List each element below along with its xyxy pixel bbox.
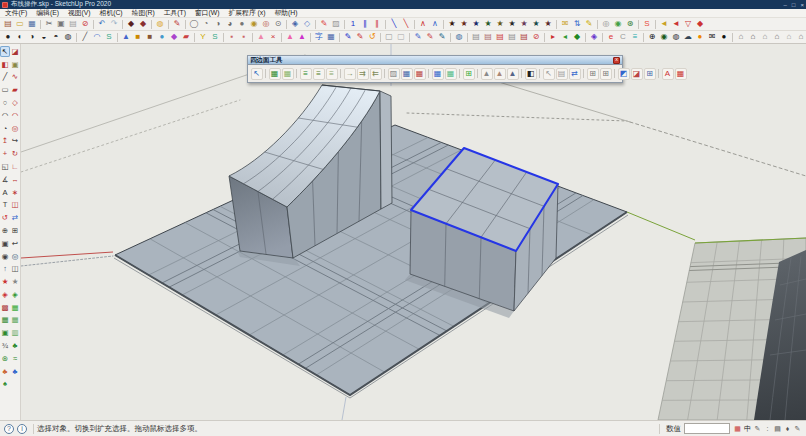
plugin-dark-1[interactable]: ◆	[126, 19, 137, 30]
paint-bucket[interactable]: ◧	[0, 59, 10, 70]
e-red[interactable]: e	[606, 32, 617, 43]
quadface-tools-toolbar[interactable]: 四边面工具 x ↖▦▦≡≡≡→⇉⇇▨▦▦▦▦⊞▲▲▲◧↖▤⇄⊞⊞◩◪⊞A▦	[247, 55, 623, 83]
copy[interactable]: ▣	[56, 19, 67, 30]
dimension-tool[interactable]: ↔	[10, 174, 20, 185]
qft-loop-select[interactable]: ≡	[300, 68, 312, 80]
flag-red[interactable]: ▽	[683, 19, 694, 30]
qft-select[interactable]: ↖	[251, 68, 263, 80]
qft-edit-red[interactable]: A	[662, 68, 674, 80]
info-black[interactable]: ●	[719, 32, 730, 43]
menu-item[interactable]: 绘图(R)	[132, 10, 155, 17]
plugin-grid-red[interactable]: ▩	[0, 302, 10, 313]
sandbox-tool[interactable]: ⊛	[0, 353, 10, 364]
plus-black[interactable]: ⊕	[647, 32, 658, 43]
divide-1[interactable]: 1	[348, 19, 359, 30]
qft-convert-quads[interactable]: ▦	[401, 68, 413, 80]
cloud-dark[interactable]: ☁	[683, 32, 694, 43]
qft-grid-a[interactable]: ⊞	[587, 68, 599, 80]
modeling-tool-6[interactable]: ◉	[249, 19, 260, 30]
eraser-2[interactable]: ▨	[331, 19, 342, 30]
qft-grid-plus[interactable]: ▦	[269, 68, 281, 80]
red-pencil[interactable]: ✎	[172, 19, 183, 30]
view-6[interactable]: ◍	[63, 32, 74, 43]
arc-tool[interactable]: ◠	[0, 110, 10, 121]
ime-chinese-indicator[interactable]: 中	[743, 424, 752, 434]
tri-red-small[interactable]: ▸	[548, 32, 559, 43]
qft-checker[interactable]: ◧	[525, 68, 537, 80]
scale-tool[interactable]: ◱	[0, 161, 10, 172]
qft-cursor-tool[interactable]: ↖	[543, 68, 555, 80]
ime-lang-flag[interactable]: ▦	[733, 424, 742, 434]
plugin-grid-green[interactable]: ▦	[10, 302, 20, 313]
plugin-brush-5[interactable]: ★	[495, 19, 506, 30]
zoom-window-tool[interactable]: ⊞	[10, 225, 20, 236]
plugin-brush-3[interactable]: ★	[471, 19, 482, 30]
eraser-tool[interactable]: ◪	[10, 46, 20, 57]
doc-2[interactable]: ▤	[483, 32, 494, 43]
3d-text-tool[interactable]: T	[0, 200, 10, 211]
gray-gem[interactable]: ◇	[302, 19, 313, 30]
blank-2[interactable]: ▢	[396, 32, 407, 43]
menu-item[interactable]: 编辑(E)	[36, 10, 59, 17]
qft-grid-minus[interactable]: ▦	[282, 68, 294, 80]
gem-green[interactable]: ◆	[572, 32, 583, 43]
pie-tool[interactable]: ◔	[0, 123, 10, 134]
position-camera-tool[interactable]: ◉	[0, 251, 10, 262]
circle-green-dark[interactable]: ◉	[659, 32, 670, 43]
pen-red-3[interactable]: ✎	[425, 32, 436, 43]
rectangle-tool[interactable]: ▭	[0, 84, 10, 95]
freehand-tool[interactable]: ∿	[10, 72, 20, 83]
protractor-tool[interactable]: ∡	[0, 174, 10, 185]
ime-tool[interactable]: ♦	[783, 424, 792, 434]
pencil-blue[interactable]: ✎	[343, 32, 354, 43]
arc-blue[interactable]: ◠	[92, 32, 103, 43]
landscape-grid-3[interactable]: ▣	[0, 328, 10, 339]
qft-clipboard[interactable]: ▤	[556, 68, 568, 80]
window-control-button[interactable]: □	[792, 2, 796, 8]
ring-gray[interactable]: ◎	[601, 19, 612, 30]
plugin-brush-4[interactable]: ★	[483, 19, 494, 30]
qft-convert-tris[interactable]: ▦	[414, 68, 426, 80]
building-2[interactable]: ⌂	[748, 32, 759, 43]
open-file[interactable]: ▭	[15, 19, 26, 30]
model-canvas[interactable]	[21, 44, 806, 420]
plugin-gem-red[interactable]: ◈	[0, 289, 10, 300]
plugin-dark-2[interactable]: ◆	[138, 19, 149, 30]
qft-smooth-3[interactable]: ▲	[507, 68, 519, 80]
nudge-left-yellow[interactable]: ◄	[659, 19, 670, 30]
orbit-tool[interactable]: ↺	[0, 212, 10, 223]
qft-edge-select[interactable]: ≡	[326, 68, 338, 80]
teal-bars[interactable]: ≡	[630, 32, 641, 43]
modeling-tool-7[interactable]: ◎	[261, 19, 272, 30]
delete[interactable]: ⊘	[80, 19, 91, 30]
3d-viewport[interactable]	[21, 44, 806, 420]
solid-4[interactable]: ●	[157, 32, 168, 43]
polygon-tool[interactable]: ◇	[10, 97, 20, 108]
building-6[interactable]: ⌂	[796, 32, 806, 43]
ime-pen[interactable]: ✎	[753, 424, 762, 434]
doc-5[interactable]: ▤	[519, 32, 530, 43]
solid-6[interactable]: ▰	[181, 32, 192, 43]
qft-grid-b[interactable]: ⊞	[600, 68, 612, 80]
grid-window[interactable]: ▦	[326, 32, 337, 43]
divide-2[interactable]: ∥	[360, 19, 371, 30]
pencil-red-2[interactable]: ✎	[355, 32, 366, 43]
qft-connected-mesh[interactable]: ▦	[432, 68, 444, 80]
undo-orange[interactable]: ↺	[367, 32, 378, 43]
make-component[interactable]: ▣	[10, 59, 20, 70]
select-tool[interactable]: ↖	[0, 46, 10, 57]
landscape-grid-1[interactable]: ▦	[0, 315, 10, 326]
doc-1[interactable]: ▤	[471, 32, 482, 43]
ime-keyboard[interactable]: ▤	[773, 424, 782, 434]
qft-flip-blue[interactable]: ◩	[618, 68, 630, 80]
close-icon[interactable]: x	[613, 57, 620, 64]
qft-grid-c[interactable]: ⊞	[644, 68, 656, 80]
section-tool-2[interactable]: ◫	[10, 264, 20, 275]
rotate-tool[interactable]: ↻	[10, 148, 20, 159]
tri-green-small[interactable]: ◂	[560, 32, 571, 43]
red-square-2[interactable]: ▪	[239, 32, 250, 43]
tree-large[interactable]: ♠	[0, 379, 10, 390]
view-5[interactable]: ◓	[51, 32, 62, 43]
qft-ring-select[interactable]: ≡	[313, 68, 325, 80]
suapp-logo[interactable]: S	[642, 19, 653, 30]
